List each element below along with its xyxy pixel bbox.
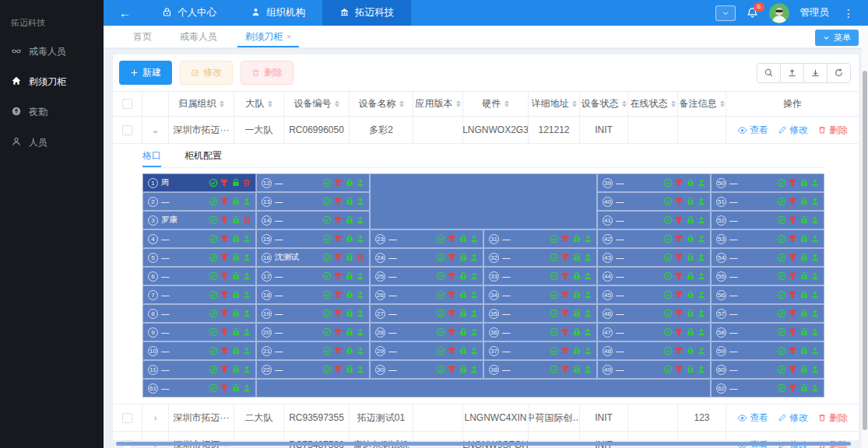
locker-slot[interactable]: 8—	[142, 304, 256, 323]
locker-slot[interactable]: 7—	[142, 285, 256, 304]
nav-item-personal-center[interactable]: 个人中心	[145, 0, 234, 26]
download-icon[interactable]	[803, 63, 828, 83]
new-button[interactable]: 新建	[119, 61, 172, 85]
avatar[interactable]	[769, 3, 789, 23]
detail-tab-inactive[interactable]: 柜机配置	[184, 144, 222, 167]
horizontal-scrollbar[interactable]	[116, 442, 851, 446]
locker-slot[interactable]: 28—	[370, 323, 483, 341]
locker-slot[interactable]: 47—	[597, 323, 711, 341]
locker-slot[interactable]: 15—	[256, 229, 370, 248]
locker-slot[interactable]: 16沈测试	[256, 248, 370, 267]
locker-slot[interactable]: 41—	[597, 211, 711, 229]
tab-close-icon[interactable]: ×	[286, 32, 291, 41]
locker-slot[interactable]: 11—	[142, 360, 256, 379]
edit-action[interactable]: 修改	[778, 124, 808, 137]
locker-slot[interactable]: 9—	[142, 323, 256, 341]
sidebar-item-tixu-daogui[interactable]: 剃须刀柜	[0, 67, 104, 97]
locker-slot[interactable]: 51—	[711, 192, 824, 211]
locker-slot[interactable]: 6—	[142, 267, 256, 285]
view-action[interactable]: 查看	[737, 411, 768, 425]
edit-action[interactable]: 修改	[778, 411, 808, 425]
locker-slot[interactable]: 26—	[370, 285, 483, 304]
menu-button[interactable]: 菜单	[815, 30, 859, 46]
locker-slot[interactable]: 35—	[483, 304, 597, 323]
locker-slot[interactable]: 30—	[370, 360, 483, 379]
locker-slot[interactable]: 2—	[142, 192, 256, 211]
delete-button[interactable]: 删除	[241, 61, 293, 85]
refresh-icon[interactable]	[827, 63, 851, 83]
locker-slot[interactable]: 58—	[711, 323, 824, 341]
locker-slot[interactable]: 14—	[256, 211, 370, 229]
locker-slot[interactable]: 44—	[597, 267, 711, 285]
locker-slot[interactable]: 39—	[597, 173, 711, 192]
notification-bell-icon[interactable]: 0	[747, 7, 758, 19]
sidebar-item-yeqin[interactable]: 夜勤	[0, 97, 104, 128]
detail-tab-active[interactable]: 格口	[142, 144, 161, 167]
locker-slot[interactable]: 59—	[711, 341, 824, 360]
locker-slot[interactable]: 55—	[711, 267, 824, 285]
locker-slot[interactable]: 60—	[711, 360, 824, 379]
locker-slot[interactable]: 17—	[256, 267, 370, 285]
delete-action[interactable]: 删除	[817, 124, 848, 137]
locker-slot[interactable]: 62—	[711, 379, 824, 397]
view-action[interactable]: 查看	[737, 124, 768, 137]
nav-item-organization[interactable]: 组织机构	[234, 0, 322, 26]
locker-slot[interactable]: 13—	[256, 192, 370, 211]
sidebar-item-jiedu-renyuan[interactable]: 戒毒人员	[0, 37, 104, 67]
locker-slot[interactable]: 5—	[142, 248, 256, 267]
locker-slot[interactable]: 32—	[483, 248, 597, 267]
nav-item-company[interactable]: 拓迈科技	[322, 0, 411, 26]
locker-slot[interactable]: 45—	[597, 285, 711, 304]
horizontal-scrollbar-thumb[interactable]	[116, 442, 851, 446]
collapse-row-icon[interactable]: ⌄	[152, 125, 159, 135]
locker-slot[interactable]: 22—	[256, 360, 370, 379]
sort-caret-icon[interactable]	[504, 100, 509, 107]
locker-slot[interactable]: 52—	[711, 211, 824, 229]
locker-slot[interactable]: 42—	[597, 229, 711, 248]
locker-slot[interactable]: 57—	[711, 304, 824, 323]
edit-button[interactable]: 修改	[180, 61, 233, 85]
sort-caret-icon[interactable]	[671, 100, 676, 107]
locker-slot[interactable]: 23—	[370, 229, 483, 248]
collapse-button[interactable]	[715, 5, 736, 21]
locker-slot[interactable]: 4—	[142, 229, 256, 248]
locker-slot[interactable]: 50—	[711, 173, 824, 192]
table-row[interactable]: ›深圳市拓迈···二大队RC93597355拓迈测试01LNGNWC4XIN中荷…	[113, 404, 859, 432]
locker-slot[interactable]: 54—	[711, 248, 824, 267]
locker-slot[interactable]: 20—	[256, 323, 370, 341]
locker-slot[interactable]: 29—	[370, 341, 483, 360]
back-arrow-icon[interactable]: ←	[104, 6, 145, 19]
vertical-scrollbar[interactable]	[862, 26, 868, 448]
tab-tixu-daogui[interactable]: 剃须刀柜×	[233, 26, 304, 47]
more-options-icon[interactable]: ⋮	[840, 7, 857, 19]
sort-caret-icon[interactable]	[399, 100, 404, 107]
locker-slot[interactable]: 33—	[483, 267, 597, 285]
locker-slot[interactable]: 27—	[370, 304, 483, 323]
locker-slot[interactable]: 18—	[256, 285, 370, 304]
locker-slot[interactable]: 10—	[142, 341, 256, 360]
locker-slot[interactable]: 1周	[142, 173, 256, 192]
locker-slot[interactable]: 37—	[483, 341, 597, 360]
table-row[interactable]: ⌄深圳市拓迈···一大队RC06996050多彩2LNGNWOX2G312121…	[113, 117, 859, 144]
locker-slot[interactable]: 43—	[597, 248, 711, 267]
locker-slot[interactable]: 3罗康	[142, 211, 256, 229]
locker-slot[interactable]: 21—	[256, 341, 370, 360]
locker-slot[interactable]: 48—	[597, 341, 711, 360]
search-icon[interactable]	[757, 63, 781, 83]
locker-slot[interactable]: 25—	[370, 267, 483, 285]
locker-slot[interactable]: 61—	[142, 379, 256, 397]
delete-action[interactable]: 删除	[817, 411, 848, 425]
row-checkbox[interactable]	[122, 125, 132, 135]
sort-caret-icon[interactable]	[456, 100, 461, 107]
locker-slot[interactable]: 24—	[370, 248, 483, 267]
locker-slot[interactable]: 53—	[711, 229, 824, 248]
locker-slot[interactable]: 38—	[483, 360, 597, 379]
locker-slot[interactable]: 31—	[483, 229, 597, 248]
sort-caret-icon[interactable]	[572, 100, 577, 107]
locker-slot[interactable]: 49—	[597, 360, 711, 379]
locker-slot[interactable]: 56—	[711, 285, 824, 304]
select-all-checkbox[interactable]	[122, 99, 132, 109]
sort-caret-icon[interactable]	[220, 100, 224, 107]
locker-slot[interactable]: 46—	[597, 304, 711, 323]
sort-caret-icon[interactable]	[335, 100, 339, 107]
